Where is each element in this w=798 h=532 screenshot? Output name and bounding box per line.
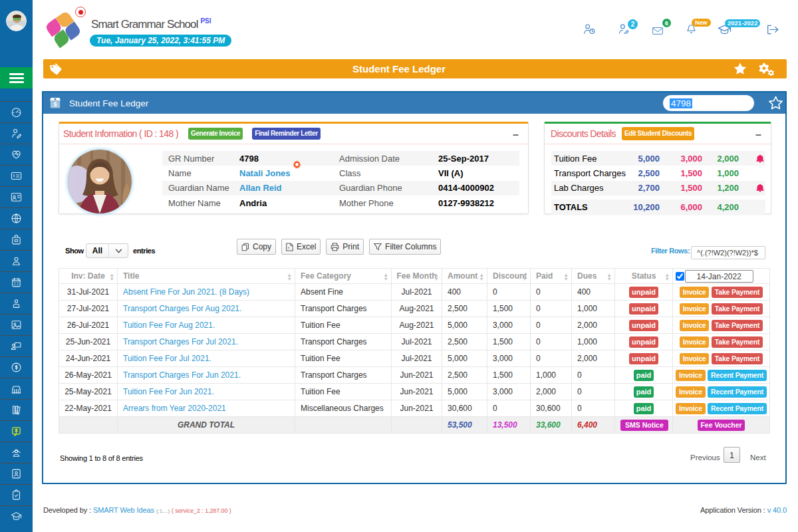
svg-text:x: x xyxy=(288,245,290,249)
svg-text:$: $ xyxy=(54,101,57,108)
